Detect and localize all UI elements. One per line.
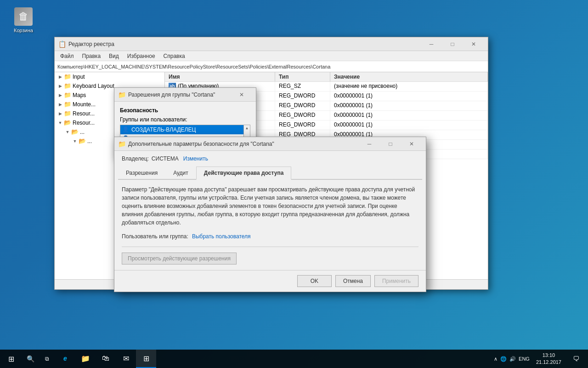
search-button[interactable]: 🔍 <box>22 350 39 368</box>
address-text: Компьютер\HKEY_LOCAL_MACHINE\SYSTEM\Reso… <box>57 64 330 69</box>
cell-type: REG_DWORD <box>275 121 330 130</box>
notification-button[interactable]: 🗨 <box>568 350 584 368</box>
taskbar-mail[interactable]: ✉ <box>116 350 136 368</box>
tree-item-input[interactable]: ▶ 📁 Input <box>55 72 164 81</box>
expand-icon: ▼ <box>71 138 79 145</box>
tree-item-label: Mounte... <box>73 101 96 108</box>
taskbar-clock[interactable]: 13:10 21.12.2017 <box>532 352 565 366</box>
tree-item-label: Maps <box>73 92 86 98</box>
menu-help[interactable]: Справка <box>160 52 189 60</box>
advanced-close-button[interactable]: ✕ <box>401 137 422 151</box>
cell-type: REG_DWORD <box>275 101 330 110</box>
expand-icon: ▼ <box>64 128 71 136</box>
address-bar[interactable]: Компьютер\HKEY_LOCAL_MACHINE\SYSTEM\Reso… <box>55 61 488 72</box>
cell-type: REG_DWORD <box>275 111 330 120</box>
ok-button[interactable]: OK <box>297 275 332 287</box>
security-window-controls: ✕ <box>231 88 252 102</box>
apply-button[interactable]: Применить <box>374 275 418 287</box>
view-effective-permissions-button[interactable]: Просмотреть действующие разрешения <box>122 253 237 264</box>
cancel-button[interactable]: Отмена <box>335 275 371 287</box>
folder-icon: 📁 <box>64 82 71 90</box>
owner-row: Владелец: СИСТЕМА Изменить <box>114 151 426 167</box>
expand-icon: ▼ <box>57 119 64 126</box>
taskbar-right: ∧ 🌐 🔊 ENG 13:10 21.12.2017 🗨 <box>494 350 588 368</box>
security-titlebar: 📁 Разрешения для группы "Cortana" ✕ <box>114 88 256 102</box>
taskbar-explorer[interactable]: 📁 <box>75 350 96 368</box>
advanced-titlebar: 📁 Дополнительные параметры безопасности … <box>114 137 426 151</box>
user-group-label: Пользователь или группа: <box>122 232 188 241</box>
tab-permissions[interactable]: Разрешения <box>118 167 165 180</box>
taskbar-regedit[interactable]: ⊞ <box>136 350 156 368</box>
cell-type: REG_DWORD <box>275 92 330 101</box>
menu-file[interactable]: Файл <box>57 52 78 60</box>
advanced-minimize-button[interactable]: ─ <box>359 137 380 151</box>
desktop: 🗑 Корзина 📋 Редактор реестра ─ □ ✕ Файл … <box>0 0 588 368</box>
advanced-maximize-button[interactable]: □ <box>380 137 401 151</box>
values-header: Имя Тип Значение <box>165 72 488 82</box>
maximize-button[interactable]: □ <box>442 37 463 51</box>
owner-value: СИСТЕМА <box>152 155 179 162</box>
menu-view[interactable]: Вид <box>105 52 123 60</box>
dialog-footer: OK Отмена Применить <box>114 270 426 292</box>
expand-icon: ▶ <box>57 101 64 108</box>
tree-item-label: ... <box>80 129 85 135</box>
tab-content: Параметр "Действующие права доступа" раз… <box>114 180 426 270</box>
recycle-bin-icon[interactable]: 🗑 Корзина <box>7 7 40 33</box>
cell-type: REG_SZ <box>275 82 330 91</box>
tree-item-label: ... <box>87 138 92 144</box>
taskbar-lang[interactable]: ENG <box>519 356 530 362</box>
folder-icon: 📁 <box>64 110 71 117</box>
regedit-titlebar: 📋 Редактор реестра ─ □ ✕ <box>55 37 488 51</box>
tree-item-label: Keyboard Layout <box>73 83 114 89</box>
task-view-button[interactable]: ⧉ <box>39 350 55 368</box>
user-icon: 👤 <box>122 126 130 133</box>
window-controls: ─ □ ✕ <box>421 37 484 51</box>
col-type: Тип <box>275 72 330 81</box>
start-button[interactable]: ⊞ <box>0 350 22 368</box>
folder-open-icon: 📂 <box>79 138 86 145</box>
tab-audit[interactable]: Аудит <box>165 167 196 180</box>
select-user-link[interactable]: Выбрать пользователя <box>192 232 251 241</box>
security-icon: 📁 <box>118 91 125 98</box>
clock-date: 21.12.2017 <box>536 359 561 366</box>
minimize-button[interactable]: ─ <box>421 37 442 51</box>
folder-open-icon: 📂 <box>71 128 79 136</box>
menu-bar: Файл Правка Вид Избранное Справка <box>55 51 488 61</box>
taskbar-chevron[interactable]: ∧ <box>494 356 498 362</box>
cell-value: 0x00000001 (1) <box>330 111 488 120</box>
advanced-body: Владелец: СИСТЕМА Изменить Разрешения Ау… <box>114 151 426 292</box>
scrollbar-up[interactable]: ▲ <box>245 125 249 130</box>
col-name: Имя <box>165 72 275 81</box>
recycle-bin-label: Корзина <box>14 28 33 33</box>
advanced-window-controls: ─ □ ✕ <box>359 137 422 151</box>
expand-icon: ▶ <box>57 82 64 90</box>
advanced-dialog-title: Дополнительные параметры безопасности дл… <box>128 141 356 147</box>
taskbar-store[interactable]: 🛍 <box>96 350 116 368</box>
regedit-icon: 📋 <box>58 40 66 48</box>
security-tab-label: Безопасность <box>120 107 250 114</box>
close-button[interactable]: ✕ <box>463 37 484 51</box>
cell-value: 0x00000001 (1) <box>330 92 488 101</box>
taskbar-network-icon: 🌐 <box>500 356 507 362</box>
expand-icon: ▶ <box>57 92 64 99</box>
expand-icon: ▶ <box>57 110 64 117</box>
list-item[interactable]: 👤 СОЗДАТЕЛЬ-ВЛАДЕЛЕЦ <box>120 125 243 134</box>
taskbar-volume-icon[interactable]: 🔊 <box>509 356 516 362</box>
menu-edit[interactable]: Правка <box>79 52 105 60</box>
tab-effective-access[interactable]: Действующие права доступа <box>196 167 292 180</box>
change-owner-link[interactable]: Изменить <box>183 155 208 162</box>
recycle-bin-image: 🗑 <box>14 7 33 26</box>
menu-favorites[interactable]: Избранное <box>124 52 159 60</box>
cell-value: 0x00000001 (1) <box>330 101 488 110</box>
clock-time: 13:10 <box>536 352 561 359</box>
folder-icon: 📁 <box>64 73 71 80</box>
security-dialog-title: Разрешения для группы "Cortana" <box>128 92 228 98</box>
col-value: Значение <box>330 72 488 81</box>
advanced-security-dialog: 📁 Дополнительные параметры безопасности … <box>114 137 426 292</box>
cell-value: (значение не присвоено) <box>330 82 488 91</box>
folder-open-icon: 📂 <box>64 119 71 126</box>
taskbar-edge[interactable]: e <box>55 350 75 368</box>
folder-icon: 📁 <box>64 92 71 99</box>
security-close-button[interactable]: ✕ <box>231 88 252 102</box>
tree-item-label: Input <box>73 74 85 80</box>
